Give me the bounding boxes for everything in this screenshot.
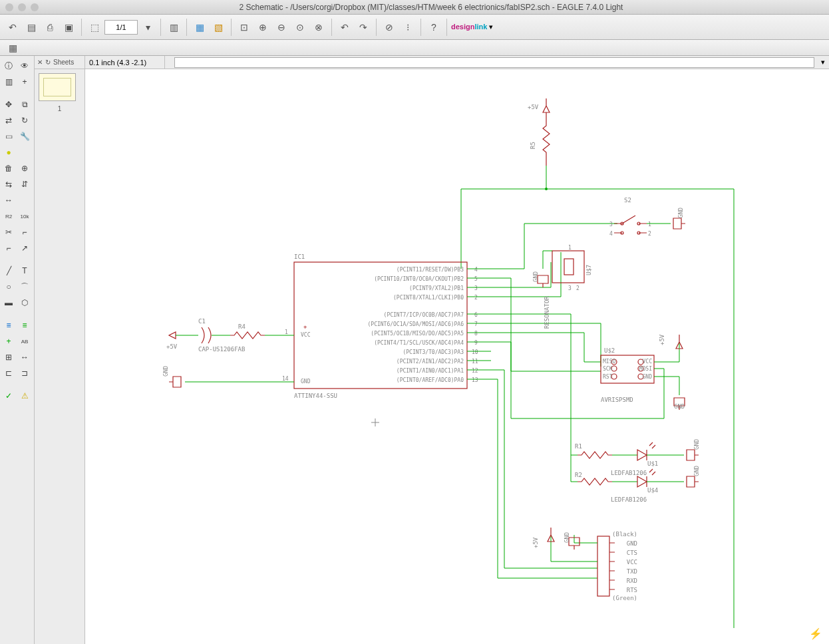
invoke-tool[interactable]: ↗ — [17, 241, 32, 255]
port-tool[interactable]: ⊐ — [17, 366, 32, 381]
svg-text:14: 14 — [282, 376, 289, 382]
dropdown-icon[interactable]: ▾ — [139, 19, 156, 36]
erc-tool[interactable]: ✓ — [1, 389, 16, 403]
lib-icon[interactable]: ▧ — [210, 19, 227, 36]
command-input[interactable] — [174, 57, 814, 68]
schematic-drawing: +5V R5 IC1 ATTINY44-SSU + VCC — [85, 69, 829, 632]
origin-marker — [371, 418, 379, 426]
undo-icon[interactable]: ↶ — [336, 19, 353, 36]
go-icon[interactable]: ⁝ — [399, 19, 416, 36]
save-icon[interactable]: ▤ — [23, 19, 40, 36]
close-sheet-icon[interactable]: ✕ — [37, 59, 43, 66]
errors-tool[interactable]: ⚠ — [17, 389, 32, 403]
rect-tool[interactable]: ▬ — [1, 295, 16, 310]
close-icon[interactable] — [5, 3, 13, 11]
arc-tool[interactable]: ⌒ — [17, 279, 32, 294]
add-tool[interactable]: ⊕ — [17, 161, 32, 176]
layers-icon[interactable]: ▥ — [165, 19, 182, 36]
svg-text:4: 4 — [609, 231, 613, 237]
svg-text:(PCINT6/OC1A/SDA/MOSI/ADC6)PA6: (PCINT6/OC1A/SDA/MOSI/ADC6)PA6 — [368, 321, 464, 327]
copy-tool[interactable]: ⧉ — [17, 97, 32, 112]
board-icon[interactable]: ⬚ — [86, 19, 103, 36]
net-tool[interactable]: ≡ — [17, 318, 32, 333]
smash-tool[interactable]: ✂ — [1, 225, 16, 240]
svg-text:RST: RST — [603, 374, 613, 380]
delete-tool[interactable]: 🗑 — [1, 161, 16, 176]
value-tool[interactable]: 10k — [17, 209, 32, 224]
minimize-icon[interactable] — [18, 3, 26, 11]
svg-text:(PCINT3/T0/ADC3)PA3: (PCINT3/T0/ADC3)PA3 — [403, 349, 464, 355]
sch-icon[interactable]: ▦ — [191, 19, 208, 36]
svg-text:LEDFAB1206: LEDFAB1206 — [611, 470, 647, 476]
zoom-redraw-icon[interactable]: ⊙ — [291, 19, 309, 36]
schematic-canvas[interactable]: +5V R5 IC1 ATTINY44-SSU + VCC — [85, 69, 829, 644]
cam-icon[interactable]: ▣ — [60, 19, 77, 36]
sheet-thumbnail[interactable] — [39, 73, 76, 101]
svg-text:10: 10 — [472, 349, 478, 355]
paste-tool[interactable]: ● — [1, 145, 16, 160]
svg-text:1: 1 — [648, 222, 651, 228]
open-icon[interactable]: ↶ — [4, 19, 21, 36]
zoom-out-icon[interactable]: ⊖ — [273, 19, 290, 36]
sheet-number: 1 — [35, 105, 84, 112]
wire-tool[interactable]: ╱ — [1, 263, 16, 278]
maximize-icon[interactable] — [31, 3, 39, 11]
dimension-tool[interactable]: ↔ — [17, 350, 32, 365]
window-controls — [5, 3, 39, 11]
svg-text:(PCINT9/XTAL2)PB1: (PCINT9/XTAL2)PB1 — [409, 285, 464, 291]
miter-tool[interactable]: ⌐ — [17, 225, 32, 240]
zoom-in-icon[interactable]: ⊕ — [254, 19, 271, 36]
redo-icon[interactable]: ↷ — [355, 19, 372, 36]
bus-tool[interactable]: ≡ — [1, 318, 16, 333]
print-icon[interactable]: ⎙ — [41, 19, 59, 36]
svg-text:+5V: +5V — [528, 104, 539, 110]
split-tool[interactable]: ⌐ — [1, 241, 16, 255]
svg-text:GND: GND — [677, 208, 684, 218]
text-tool[interactable]: T — [17, 263, 32, 278]
polygon-tool[interactable]: ⬡ — [17, 295, 32, 310]
zoom-fit-icon[interactable]: ⊡ — [236, 19, 253, 36]
svg-text:U$4: U$4 — [647, 487, 658, 494]
svg-text:+5V: +5V — [166, 343, 178, 350]
zoom-select-icon[interactable]: ⊗ — [310, 19, 327, 36]
svg-text:VCC: VCC — [627, 559, 637, 565]
gateswap-tool[interactable]: ⇵ — [17, 177, 32, 192]
attribute-tool[interactable]: ⊞ — [1, 350, 16, 365]
reload-sheet-icon[interactable]: ↻ — [45, 59, 51, 66]
coordinates: 0.1 inch (4.3 -2.1) — [85, 56, 165, 69]
mark-tool[interactable]: + — [17, 75, 32, 89]
move-tool[interactable]: ✥ — [1, 97, 16, 112]
show-tool[interactable]: 👁 — [17, 59, 32, 73]
svg-text:+5V: +5V — [532, 537, 539, 548]
designlink-icon[interactable]: designlink ▾ — [451, 23, 493, 31]
group-tool[interactable]: ▭ — [1, 129, 16, 144]
mirror-tool[interactable]: ⇄ — [1, 113, 16, 128]
frame-tool[interactable]: ⊏ — [1, 366, 16, 381]
svg-text:2: 2 — [474, 295, 478, 301]
label-tool[interactable]: AB — [17, 334, 32, 349]
svg-text:12: 12 — [472, 368, 478, 374]
help-icon[interactable]: ? — [425, 19, 442, 36]
change-tool[interactable]: 🔧 — [17, 129, 32, 144]
grid-icon[interactable]: ▦ — [4, 39, 21, 57]
rotate-tool[interactable]: ↻ — [17, 113, 32, 128]
svg-text:(PCINT2/AIN1/ADC2)PA2: (PCINT2/AIN1/ADC2)PA2 — [397, 359, 464, 365]
svg-text:R4: R4 — [238, 323, 246, 330]
svg-text:GND: GND — [693, 439, 700, 450]
zoom-level[interactable]: 1/1 — [104, 20, 138, 35]
history-dropdown-icon[interactable]: ▾ — [817, 58, 829, 67]
replace-tool[interactable]: ↔ — [1, 193, 16, 208]
info-tool[interactable]: ⓘ — [1, 59, 16, 73]
blank2 — [17, 193, 32, 208]
name-tool[interactable]: R2 — [1, 209, 16, 224]
svg-text:U$1: U$1 — [647, 460, 658, 467]
display-tool[interactable]: ▥ — [1, 75, 16, 89]
svg-text:GND: GND — [693, 466, 700, 476]
circle-tool[interactable]: ○ — [1, 279, 16, 294]
junction-tool[interactable]: + — [1, 334, 16, 349]
pinswap-tool[interactable]: ⇆ — [1, 177, 16, 192]
svg-text:3: 3 — [474, 285, 478, 291]
cancel-icon[interactable]: ⊘ — [381, 19, 398, 36]
svg-text:(PCINT10/INT0/OC0A/CKOUT)PB2: (PCINT10/INT0/OC0A/CKOUT)PB2 — [374, 276, 464, 282]
svg-text:(PCINT7/ICP/OC0B/ADC7)PA7: (PCINT7/ICP/OC0B/ADC7)PA7 — [384, 312, 464, 318]
